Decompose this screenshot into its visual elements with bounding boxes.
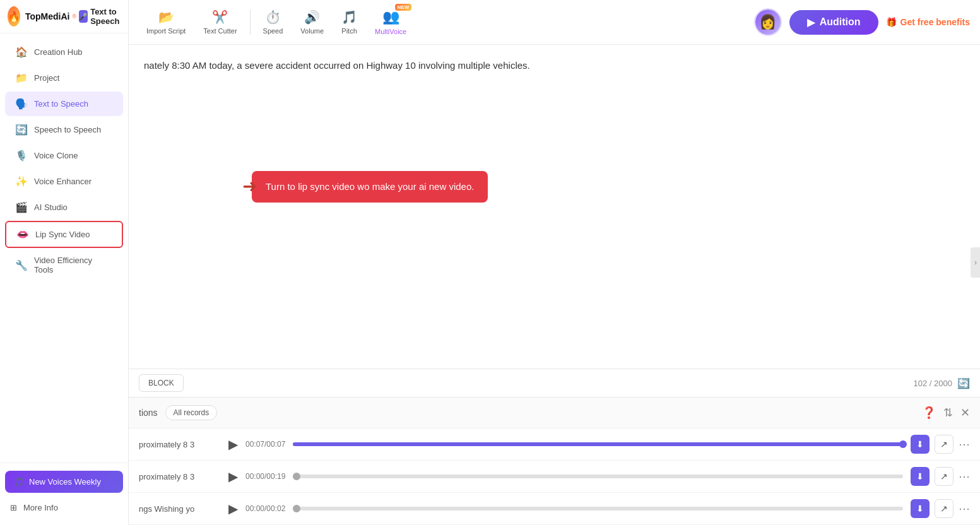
text-cutter-label: Text Cutter [203,27,237,35]
sidebar: 🔥 TopMediAi ® 🎤 Text to Speech 🏠 Creatio… [0,0,129,525]
multivoice-button[interactable]: NEW 👥 MultiVoice [367,5,414,39]
volume-button[interactable]: 🔊 Volume [293,6,331,38]
volume-label: Volume [300,27,324,35]
sidebar-item-ai-studio[interactable]: 🎬 AI Studio [5,195,123,220]
speed-button[interactable]: ⏱️ Speed [256,6,291,38]
time-label: 00:00/00:02 [245,504,285,513]
play-icon: ▶ [807,16,815,28]
app-logo: 🔥 [8,6,20,27]
sidebar-item-text-to-speech[interactable]: 🗣️ Text to Speech [5,91,123,116]
volume-icon: 🔊 [304,9,320,25]
video-efficiency-tools-icon: 🔧 [15,259,28,271]
all-records-button[interactable]: All records [165,405,218,420]
record-actions: ⬇ ↗ ⋯ [911,435,970,454]
share-button[interactable]: ↗ [935,467,953,486]
more-info-label: More Info [23,503,58,512]
voice-avatar[interactable]: 👩 [754,8,782,36]
more-info-icon: ⊞ [10,503,17,512]
sidebar-item-voice-clone[interactable]: 🎙️ Voice Clone [5,143,123,168]
sidebar-item-speech-to-speech[interactable]: 🔄 Speech to Speech [5,117,123,142]
callout-wrapper: ➜ Turn to lip sync video wo make your ai… [242,171,488,203]
brand-name: TopMediAi [25,11,70,21]
chevron-right-icon: › [974,258,977,267]
brand-title: TopMediAi ® 🎤 Text to Speech [25,7,123,26]
sidebar-item-project[interactable]: 📁 Project [5,66,123,90]
help-icon[interactable]: ❓ [922,406,936,420]
callout-box: Turn to lip sync video wo make your ai n… [252,171,488,203]
sidebar-item-label: Voice Clone [34,151,78,160]
get-free-benefits-button[interactable]: 🎁 Get free benefits [886,17,970,27]
record-actions: ⬇ ↗ ⋯ [911,499,970,518]
progress-bar[interactable] [293,475,903,478]
callout-arrow-icon: ➜ [242,172,257,202]
time-label: 00:00/00:19 [245,472,285,481]
sidebar-item-video-efficiency-tools[interactable]: 🔧 Video Efficiency Tools [5,249,123,281]
multivoice-label: MultiVoice [375,28,406,35]
text-cutter-button[interactable]: ✂️ Text Cutter [196,6,244,38]
pitch-label: Pitch [341,27,357,35]
sidebar-item-creation-hub[interactable]: 🏠 Creation Hub [5,40,123,64]
sidebar-item-lip-sync-video[interactable]: 👄 Lip Sync Video [5,221,123,248]
collapse-handle[interactable]: › [971,247,980,278]
topbar-right: 👩 ▶ Audition 🎁 Get free benefits [754,8,970,36]
toolbar: 📂 Import Script ✂️ Text Cutter ⏱️ Speed … [129,0,980,45]
import-script-button[interactable]: 📂 Import Script [139,6,193,38]
char-count-value: 102 / 2000 [914,379,952,388]
lip-sync-video-icon: 👄 [16,228,29,240]
more-info-item[interactable]: ⊞ More Info [5,498,123,517]
sidebar-item-label: Voice Enhancer [34,177,92,186]
char-count: 102 / 2000 🔄 [914,377,970,389]
close-records-icon[interactable]: ✕ [960,406,970,420]
sidebar-item-label: Creation Hub [34,47,83,57]
records-title: tions [139,408,158,418]
speed-label: Speed [263,27,283,35]
share-button[interactable]: ↗ [935,435,953,454]
pitch-button[interactable]: 🎵 Pitch [334,6,365,38]
app-title: Text to Speech [90,7,123,26]
share-button[interactable]: ↗ [935,499,953,518]
sidebar-bottom: 🎵 New Voices Weekly ⊞ More Info [0,463,128,525]
records-panel: tions All records ❓ ⇅ ✕ proximately 8 3 … [129,397,980,525]
tts-icon: 🎤 [79,10,88,23]
play-button[interactable]: ▶ [228,437,238,452]
records-header: tions All records ❓ ⇅ ✕ [129,398,980,428]
record-label: ngs Wishing yo [139,504,221,514]
more-options-button[interactable]: ⋯ [959,437,970,451]
sidebar-item-voice-enhancer[interactable]: ✨ Voice Enhancer [5,169,123,194]
refresh-icon[interactable]: 🔄 [957,377,970,389]
import-script-icon: 📂 [158,9,174,25]
progress-thumb [899,440,907,448]
sort-icon[interactable]: ⇅ [943,406,953,420]
play-button[interactable]: ▶ [228,469,238,484]
more-options-button[interactable]: ⋯ [959,502,970,516]
record-label: proximately 8 3 [139,440,221,449]
new-voices-button[interactable]: 🎵 New Voices Weekly [5,471,123,493]
voice-clone-icon: 🎙️ [15,150,28,162]
callout-text: Turn to lip sync video wo make your ai n… [266,181,474,192]
progress-bar[interactable] [293,442,903,446]
sidebar-item-label: Video Efficiency Tools [34,256,113,274]
speed-icon: ⏱️ [265,9,281,25]
download-button[interactable]: ⬇ [911,467,930,486]
import-script-label: Import Script [146,27,186,35]
download-button[interactable]: ⬇ [911,435,930,454]
record-row: proximately 8 3 ▶ 00:00/00:19 ⬇ ↗ ⋯ [129,461,980,493]
progress-fill [293,442,903,446]
more-options-button[interactable]: ⋯ [959,469,970,483]
sidebar-item-label: AI Studio [34,203,68,212]
new-badge: NEW [395,4,412,11]
ai-studio-icon: 🎬 [15,201,28,213]
new-voices-icon: 🎵 [14,477,24,487]
block-button[interactable]: BLOCK [139,374,184,392]
pitch-icon: 🎵 [341,9,357,25]
sidebar-item-label: Text to Speech [34,99,88,109]
records-list: proximately 8 3 ▶ 00:07/00:07 ⬇ ↗ ⋯ prox… [129,428,980,525]
download-button[interactable]: ⬇ [911,499,930,518]
editor-area[interactable]: nately 8:30 AM today, a severe accident … [129,45,980,369]
creation-hub-icon: 🏠 [15,46,28,58]
progress-bar[interactable] [293,507,903,510]
sidebar-header: 🔥 TopMediAi ® 🎤 Text to Speech [0,0,128,33]
audition-button[interactable]: ▶ Audition [789,10,878,35]
play-button[interactable]: ▶ [228,501,238,516]
speech-to-speech-icon: 🔄 [15,124,28,136]
